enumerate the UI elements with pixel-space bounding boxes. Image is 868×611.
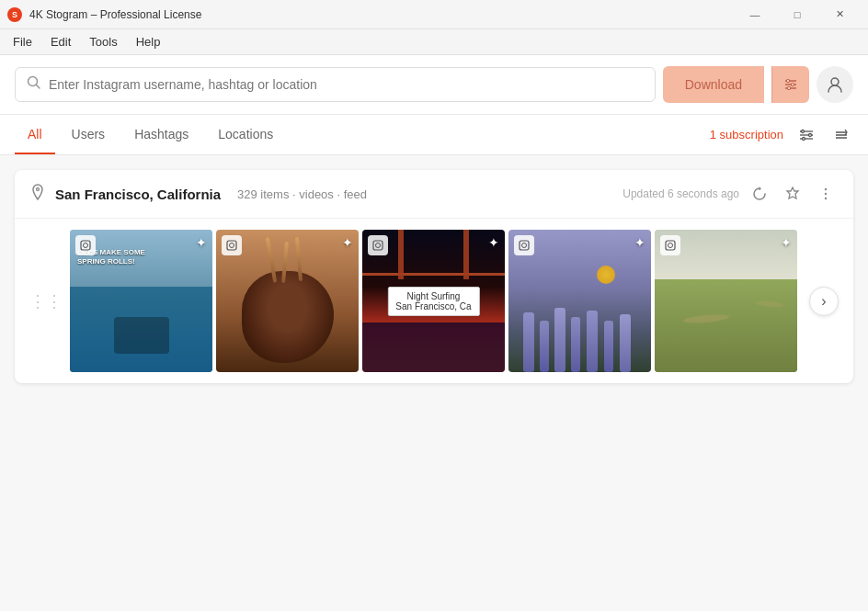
photo-item[interactable]: ✦ <box>216 230 359 372</box>
svg-point-32 <box>522 243 527 248</box>
svg-rect-29 <box>373 241 383 250</box>
svg-point-23 <box>825 193 827 195</box>
reel-icon <box>368 235 388 255</box>
location-meta: 329 items · videos · feed <box>237 187 367 201</box>
sparkle-icon: ✦ <box>196 235 207 250</box>
svg-point-24 <box>825 198 827 199</box>
reel-icon <box>660 235 680 255</box>
search-input-wrapper <box>15 67 656 102</box>
sparkle-icon: ✦ <box>634 235 645 250</box>
svg-rect-25 <box>81 241 90 250</box>
tab-all[interactable]: All <box>15 116 55 154</box>
sparkle-icon: ✦ <box>342 235 353 250</box>
location-icon <box>29 184 46 205</box>
maximize-button[interactable]: □ <box>776 0 818 29</box>
svg-point-6 <box>792 84 794 86</box>
svg-point-10 <box>809 133 812 136</box>
svg-point-21 <box>37 187 40 190</box>
svg-line-1 <box>37 85 40 89</box>
svg-point-26 <box>84 243 88 248</box>
search-input[interactable] <box>49 77 644 92</box>
drag-handle[interactable]: ⋮⋮ <box>29 291 70 311</box>
reel-icon <box>75 235 96 255</box>
updated-text: Updated 6 seconds ago <box>622 187 739 200</box>
tabs-left: All Users Hashtags Locations <box>15 116 710 153</box>
titlebar-left: S 4K Stogram – Professional License <box>7 7 201 22</box>
download-button[interactable]: Download <box>663 66 764 103</box>
svg-point-9 <box>802 130 805 132</box>
svg-point-28 <box>230 243 234 248</box>
titlebar-title: 4K Stogram – Professional License <box>29 8 201 21</box>
location-name: San Francisco, California <box>55 187 221 202</box>
tabs-right: 1 subscription <box>710 123 853 147</box>
svg-point-5 <box>787 80 790 83</box>
svg-point-22 <box>825 188 827 190</box>
svg-rect-31 <box>520 241 529 250</box>
refresh-button[interactable] <box>747 183 772 205</box>
card-header: San Francisco, California 329 items · vi… <box>15 170 853 219</box>
photo-item[interactable]: ✦ <box>655 230 797 372</box>
svg-point-7 <box>788 87 791 90</box>
photo-item[interactable]: LET'S MAKE SOMESPRING ROLLS! ✦ <box>70 230 212 372</box>
search-icon <box>27 75 41 94</box>
svg-point-11 <box>803 137 805 140</box>
settings-button[interactable] <box>771 66 809 103</box>
close-button[interactable]: ✕ <box>818 0 861 29</box>
photos-scroll: LET'S MAKE SOMESPRING ROLLS! ✦ <box>70 230 802 372</box>
tab-locations[interactable]: Locations <box>205 116 286 154</box>
svg-point-30 <box>376 243 381 248</box>
sparkle-icon: ✦ <box>488 235 499 250</box>
photo-item[interactable]: Night SurfingSan Francisco, Ca ✦ <box>362 230 505 372</box>
card-header-right: Updated 6 seconds ago <box>622 183 839 205</box>
svg-point-8 <box>831 78 839 85</box>
app-body: Download All Users Hashtags Locations <box>0 55 868 611</box>
menu-file[interactable]: File <box>4 31 41 52</box>
svg-rect-27 <box>227 241 236 250</box>
menubar: File Edit Tools Help <box>0 29 868 55</box>
titlebar-controls: — □ ✕ <box>734 0 861 29</box>
account-button[interactable] <box>817 66 853 103</box>
svg-point-34 <box>668 243 673 248</box>
app-icon: S <box>7 7 22 22</box>
menu-tools[interactable]: Tools <box>80 31 126 52</box>
menu-help[interactable]: Help <box>127 31 170 52</box>
tabs-area: All Users Hashtags Locations 1 subscript… <box>0 115 868 155</box>
next-button[interactable]: › <box>809 287 839 316</box>
subscription-card: San Francisco, California 329 items · vi… <box>15 170 853 383</box>
search-bar-area: Download <box>0 55 868 115</box>
photo-caption: Night SurfingSan Francisco, Ca <box>387 287 479 316</box>
svg-rect-33 <box>666 241 675 250</box>
photo-item[interactable]: ✦ <box>508 230 651 372</box>
more-button[interactable] <box>813 183 839 205</box>
subscription-link[interactable]: 1 subscription <box>710 128 783 141</box>
sparkle-icon: ✦ <box>781 235 792 250</box>
pin-button[interactable] <box>780 183 805 205</box>
content-area: San Francisco, California 329 items · vi… <box>0 155 868 611</box>
minimize-button[interactable]: — <box>734 0 776 29</box>
filter-button[interactable] <box>794 123 818 147</box>
tab-hashtags[interactable]: Hashtags <box>121 116 201 154</box>
titlebar: S 4K Stogram – Professional License — □ … <box>0 0 868 29</box>
tab-users[interactable]: Users <box>59 116 119 154</box>
photos-container: ⋮⋮ LET'S MAKE SOMESPRING ROLLS! <box>15 219 853 383</box>
menu-edit[interactable]: Edit <box>41 31 80 52</box>
sort-button[interactable] <box>829 123 853 147</box>
reel-icon <box>514 235 534 255</box>
reel-icon <box>222 235 242 255</box>
